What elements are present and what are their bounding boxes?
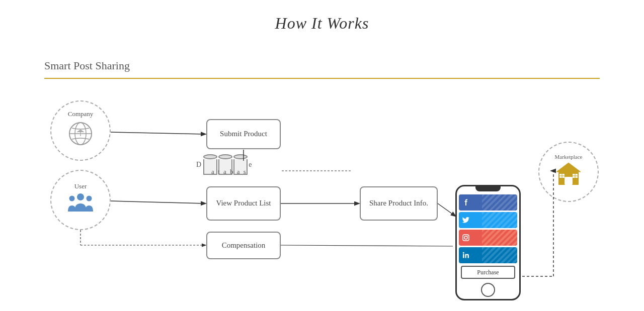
phone-home-button — [481, 283, 495, 297]
svg-marker-6 — [556, 163, 581, 172]
svg-rect-18 — [463, 254, 464, 258]
svg-rect-8 — [565, 177, 573, 185]
db-cylinder-1 — [203, 155, 217, 175]
svg-line-31 — [281, 245, 453, 246]
svg-point-3 — [77, 193, 84, 200]
svg-rect-15 — [463, 235, 469, 241]
db-cylinder-3 — [233, 155, 248, 175]
svg-line-20 — [111, 132, 205, 134]
svg-point-17 — [467, 236, 468, 237]
company-node: Company — [50, 100, 111, 161]
submit-product-box: Submit Product — [206, 119, 281, 149]
svg-point-4 — [69, 195, 75, 201]
phone-device: Purchase — [455, 185, 521, 300]
section-label: Smart Post Sharing — [44, 59, 130, 72]
instagram-row — [459, 230, 517, 246]
view-product-list-box: View Product List — [206, 186, 281, 221]
user-icon — [67, 192, 94, 218]
section-divider — [44, 78, 600, 79]
db-cylinder-2 — [218, 155, 232, 175]
database-group: D e — [196, 155, 254, 175]
svg-point-16 — [464, 236, 467, 239]
linkedin-row — [459, 247, 517, 263]
svg-point-5 — [87, 195, 92, 201]
facebook-row — [459, 194, 517, 211]
share-product-info-box: Share Product Info. — [360, 186, 438, 221]
svg-point-19 — [463, 252, 464, 254]
user-node: User — [50, 170, 111, 230]
marketplace-label: Marketplace — [555, 154, 583, 160]
company-label: Company — [68, 110, 94, 118]
phone-screen: Purchase — [457, 193, 519, 281]
phone-notch — [475, 186, 501, 191]
compensation-box: Compensation — [206, 232, 281, 259]
user-label: User — [74, 182, 87, 190]
company-icon — [67, 120, 94, 152]
twitter-row — [459, 212, 517, 228]
page-title: How It Works — [0, 0, 644, 33]
marketplace-icon — [554, 161, 583, 190]
database-cylinders — [203, 155, 248, 175]
marketplace-node: Marketplace — [538, 142, 599, 202]
svg-line-22 — [111, 201, 205, 203]
database-label-2: e — [249, 161, 253, 169]
svg-line-24 — [438, 203, 455, 216]
database-label: D — [196, 161, 202, 169]
purchase-button[interactable]: Purchase — [461, 266, 515, 279]
